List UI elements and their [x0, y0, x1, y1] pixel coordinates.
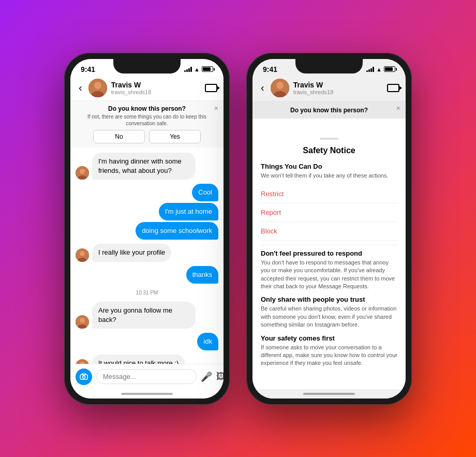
svg-point-4 — [80, 169, 85, 174]
avatar-right — [271, 79, 289, 97]
microphone-icon[interactable]: 🎤 — [201, 371, 212, 382]
wifi-icon-right: ▲ — [376, 66, 382, 72]
avatar-image-right — [271, 79, 289, 97]
message-9: idk — [76, 333, 218, 350]
video-call-icon[interactable] — [205, 84, 217, 92]
input-bar: 🎤 🖼 😊 — [70, 364, 224, 389]
bubble-received: Are you gonna follow me back? — [92, 302, 196, 329]
msg-avatar — [76, 315, 89, 329]
message-4: doing some schoolwork — [136, 222, 218, 240]
svg-point-1 — [94, 82, 101, 89]
sent-group-1: Cool I'm just at home doing some schoolw… — [76, 184, 218, 240]
notch — [113, 59, 181, 73]
home-bar-right — [303, 393, 355, 395]
svg-point-19 — [276, 82, 284, 89]
camera-button[interactable] — [76, 368, 92, 385]
message-input[interactable] — [96, 369, 197, 384]
user-handle: travis_shreds18 — [111, 89, 201, 95]
svg-point-10 — [80, 318, 85, 323]
restrict-action[interactable]: Restrict — [261, 185, 397, 203]
status-icons-right: ▲ — [366, 66, 395, 72]
section-1-desc: You don't have to respond to messages th… — [261, 259, 397, 291]
close-icon[interactable]: × — [214, 104, 218, 112]
message-10: It would nice to talk more :) — [76, 355, 218, 363]
section-1-title: Don't feel pressured to respond — [261, 249, 397, 257]
status-time-right: 9:41 — [263, 65, 277, 73]
things-you-can-do-desc: We won't tell them if you take any of th… — [261, 172, 397, 180]
home-indicator — [70, 389, 224, 399]
msg-avatar — [76, 248, 89, 262]
battery-icon-right — [384, 66, 395, 72]
user-info: Travis W travis_shreds18 — [111, 81, 201, 95]
svg-rect-17 — [82, 373, 85, 375]
back-arrow-icon[interactable]: ‹ — [77, 80, 84, 96]
home-bar — [121, 393, 173, 395]
back-arrow-icon-right[interactable]: ‹ — [259, 80, 266, 96]
bubble-sent: I'm just at home — [159, 203, 218, 220]
input-icons: 🎤 🖼 😊 — [201, 371, 224, 382]
safety-notice-panel: Safety Notice Things You Can Do We won't… — [252, 131, 406, 399]
drag-handle — [320, 138, 338, 140]
nav-header: ‹ Travis W travis_shreds18 — [70, 76, 224, 101]
right-phone: 9:41 ▲ ‹ — [246, 53, 412, 405]
message-3: I'm just at home — [159, 203, 218, 220]
safety-question-right: Do you know this person? — [290, 107, 368, 114]
status-time: 9:41 — [81, 65, 95, 73]
message-2: Cool — [192, 184, 218, 201]
yes-button[interactable]: Yes — [149, 130, 201, 143]
bubble-sent: doing some schoolwork — [136, 222, 218, 240]
close-icon-right[interactable]: × — [396, 104, 400, 112]
safety-question: Do you know this person? — [77, 105, 217, 112]
bubble-received: I'm having dinner with some friends, wha… — [92, 153, 196, 180]
timestamp: 10:31 PM — [76, 290, 218, 296]
image-icon[interactable]: 🖼 — [216, 371, 224, 382]
message-8: Are you gonna follow me back? — [76, 302, 218, 329]
bubble-sent: thanks — [186, 266, 218, 284]
section-3-desc: If someone asks to move your conversatio… — [261, 344, 397, 367]
user-handle-right: travis_shreds18 — [293, 89, 383, 95]
bubble-received: It would nice to talk more :) — [92, 355, 185, 363]
left-phone: 9:41 ▲ ‹ — [64, 53, 230, 405]
section-2-title: Only share with people you trust — [261, 296, 397, 303]
notch-right — [295, 59, 363, 73]
message-5: I really like your profile — [76, 244, 218, 261]
status-icons: ▲ — [184, 66, 213, 72]
msg-avatar — [76, 166, 89, 180]
message-1: I'm having dinner with some friends, wha… — [76, 153, 218, 180]
things-you-can-do-title: Things You Can Do — [261, 163, 397, 170]
wifi-icon: ▲ — [194, 66, 200, 72]
safety-sub: If not, there are some things you can do… — [77, 113, 217, 127]
bubble-sent: Cool — [192, 184, 218, 201]
avatar-image — [88, 79, 107, 97]
home-indicator-right — [252, 389, 406, 399]
user-info-right: Travis W travis_shreds18 — [293, 81, 383, 95]
safety-notice-title: Safety Notice — [261, 146, 397, 155]
avatar — [88, 79, 107, 97]
svg-point-16 — [83, 376, 85, 378]
battery-icon — [202, 66, 213, 72]
nav-header-right: ‹ Travis W travis_shreds18 — [252, 76, 406, 101]
chat-area[interactable]: I'm having dinner with some friends, wha… — [70, 148, 224, 364]
video-call-icon-right[interactable] — [387, 84, 399, 92]
section-3-title: Your safety comes first — [261, 334, 397, 342]
right-phone-screen: 9:41 ▲ ‹ — [252, 59, 406, 399]
safety-buttons: No Yes — [77, 130, 217, 143]
safety-question-bar: Do you know this person? × — [252, 101, 406, 119]
msg-avatar — [76, 359, 89, 364]
bubble-sent: idk — [197, 333, 218, 350]
signal-bars-icon — [184, 67, 192, 72]
divider-1 — [261, 245, 397, 245]
bubble-received: I really like your profile — [92, 244, 171, 261]
user-name: Travis W — [111, 81, 201, 89]
user-name-right: Travis W — [293, 81, 383, 89]
safety-banner: × Do you know this person? If not, there… — [70, 101, 224, 148]
report-action[interactable]: Report — [261, 203, 397, 222]
section-2-desc: Be careful when sharing photos, videos o… — [261, 305, 397, 329]
svg-point-7 — [80, 251, 85, 256]
block-action[interactable]: Block — [261, 222, 397, 241]
signal-bars-icon-right — [366, 67, 374, 72]
message-6: thanks — [76, 266, 218, 284]
no-button[interactable]: No — [93, 130, 145, 143]
left-phone-screen: 9:41 ▲ ‹ — [70, 59, 224, 399]
